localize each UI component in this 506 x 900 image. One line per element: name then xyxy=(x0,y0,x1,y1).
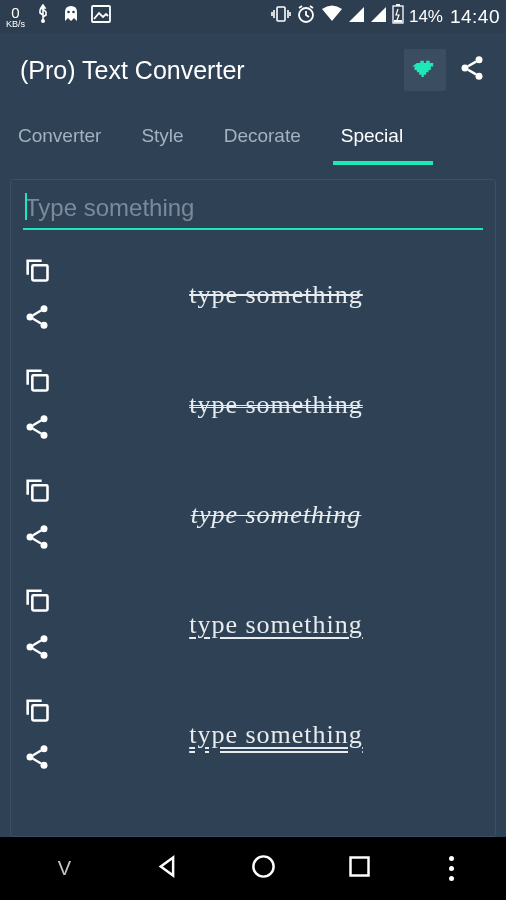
usb-icon xyxy=(35,4,51,29)
back-triangle-icon xyxy=(154,853,181,880)
tab-special[interactable]: Special xyxy=(339,107,405,165)
copy-icon xyxy=(23,696,51,724)
svg-point-0 xyxy=(41,19,45,23)
svg-rect-20 xyxy=(32,485,47,500)
battery-icon xyxy=(392,4,404,29)
svg-point-15 xyxy=(41,321,48,328)
share-icon xyxy=(23,743,51,771)
result-actions-5 xyxy=(23,680,69,790)
text-caret xyxy=(25,193,27,220)
heart-button[interactable] xyxy=(404,49,446,91)
home-button[interactable] xyxy=(250,853,277,884)
svg-point-26 xyxy=(27,643,34,650)
copy-button[interactable] xyxy=(23,476,69,508)
ghost-icon xyxy=(61,4,81,29)
svg-rect-24 xyxy=(32,595,47,610)
signal-1-icon xyxy=(348,6,365,28)
heart-pixel-icon xyxy=(411,56,439,84)
svg-rect-8 xyxy=(394,20,402,23)
copy-icon xyxy=(23,366,51,394)
svg-point-11 xyxy=(476,73,483,80)
share-app-button[interactable] xyxy=(458,54,486,86)
kbps-value: 0 xyxy=(11,5,19,20)
result-text-5[interactable]: type something xyxy=(69,680,483,790)
back-button[interactable] xyxy=(154,853,181,884)
copy-button[interactable] xyxy=(23,256,69,288)
dot-icon xyxy=(449,856,454,861)
tab-converter[interactable]: Converter xyxy=(16,107,103,165)
svg-point-17 xyxy=(41,415,48,422)
battery-percent: 14% xyxy=(409,7,443,27)
share-icon xyxy=(23,303,51,331)
vibrate-icon xyxy=(271,5,291,28)
status-left: 0 KB/s xyxy=(6,4,111,29)
result-text-2[interactable]: type something xyxy=(69,350,483,460)
result-text-1[interactable]: type something xyxy=(69,240,483,350)
svg-point-1 xyxy=(67,11,70,14)
main-content: type something type something xyxy=(0,165,506,837)
menu-button[interactable] xyxy=(442,856,462,881)
copy-button[interactable] xyxy=(23,586,69,618)
svg-point-29 xyxy=(41,745,48,752)
share-icon xyxy=(23,523,51,551)
dot-icon xyxy=(449,866,454,871)
panel: type something type something xyxy=(10,179,496,837)
recents-square-icon xyxy=(346,853,373,880)
svg-point-14 xyxy=(27,313,34,320)
share-button[interactable] xyxy=(23,633,69,665)
copy-button[interactable] xyxy=(23,366,69,398)
nav-v-label[interactable]: V xyxy=(45,857,85,880)
tab-decorate[interactable]: Decorate xyxy=(222,107,303,165)
result-row-2: type something xyxy=(23,350,483,460)
result-actions-4 xyxy=(23,570,69,680)
alarm-icon xyxy=(296,4,316,29)
tab-indicator xyxy=(333,161,433,165)
svg-point-19 xyxy=(41,431,48,438)
text-input[interactable] xyxy=(23,190,483,230)
svg-rect-4 xyxy=(277,7,285,21)
image-icon xyxy=(91,5,111,28)
svg-point-18 xyxy=(27,423,34,430)
result-row-3: type something xyxy=(23,460,483,570)
result-actions-2 xyxy=(23,350,69,460)
recents-button[interactable] xyxy=(346,853,373,884)
navigation-bar: V xyxy=(0,837,506,900)
share-button[interactable] xyxy=(23,303,69,335)
result-text-3[interactable]: type something xyxy=(69,460,483,570)
svg-point-10 xyxy=(462,65,469,72)
svg-point-23 xyxy=(41,541,48,548)
input-row xyxy=(23,190,483,230)
svg-point-30 xyxy=(27,753,34,760)
svg-rect-28 xyxy=(32,705,47,720)
signal-2-icon xyxy=(370,6,387,28)
share-icon xyxy=(23,413,51,441)
copy-icon xyxy=(23,586,51,614)
wifi-icon xyxy=(321,5,343,28)
copy-icon xyxy=(23,256,51,284)
result-row-1: type something xyxy=(23,240,483,350)
home-circle-icon xyxy=(250,853,277,880)
copy-icon xyxy=(23,476,51,504)
share-button[interactable] xyxy=(23,523,69,555)
svg-rect-16 xyxy=(32,375,47,390)
kbps-unit: KB/s xyxy=(6,20,25,29)
clock-time: 14:40 xyxy=(450,6,500,28)
share-button[interactable] xyxy=(23,743,69,775)
status-bar: 0 KB/s 14% 14:40 xyxy=(0,0,506,33)
share-icon xyxy=(23,633,51,661)
svg-point-32 xyxy=(253,856,273,876)
svg-point-9 xyxy=(476,56,483,63)
dot-icon xyxy=(449,876,454,881)
svg-point-31 xyxy=(41,761,48,768)
copy-button[interactable] xyxy=(23,696,69,728)
network-speed: 0 KB/s xyxy=(6,5,25,29)
svg-rect-33 xyxy=(350,858,368,876)
svg-point-2 xyxy=(72,11,75,14)
tab-bar: Converter Style Decorate Special xyxy=(0,107,506,165)
svg-point-22 xyxy=(27,533,34,540)
tab-style[interactable]: Style xyxy=(139,107,185,165)
svg-point-27 xyxy=(41,651,48,658)
result-text-4[interactable]: type something xyxy=(69,570,483,680)
svg-rect-7 xyxy=(396,4,400,6)
share-button[interactable] xyxy=(23,413,69,445)
